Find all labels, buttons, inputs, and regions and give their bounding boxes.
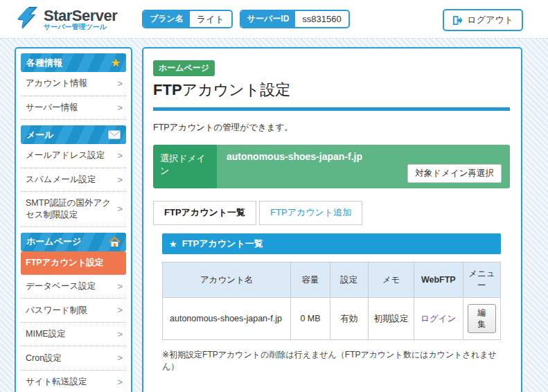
column-header-quota: 容量 — [291, 262, 330, 298]
app-logo[interactable]: StarServer サーバー管理ツール — [14, 6, 128, 33]
category-badge: ホームページ — [153, 60, 215, 76]
plan-badge: プラン名 ライト — [142, 10, 233, 28]
server-id-value: ss831560 — [295, 11, 348, 27]
column-header-menu: メニュー — [463, 262, 500, 298]
column-header-setting: 設定 — [330, 262, 368, 298]
sidebar-item-label: パスワード制限 — [26, 305, 87, 317]
logout-button[interactable]: ログアウト — [443, 9, 523, 31]
cell-memo: 初期設定 — [369, 298, 414, 340]
home-icon — [109, 237, 121, 247]
cell-quota: 0 MB — [291, 298, 330, 340]
domain-reselect-button[interactable]: 対象ドメイン再選択 — [407, 164, 502, 183]
title-divider — [153, 107, 510, 111]
table-header-row: アカウント名 容量 設定 メモ WebFTP メニュー — [163, 262, 501, 298]
sidebar-section-mail-header: メール — [21, 125, 126, 144]
tab-ftp-account-list[interactable]: FTPアカウント一覧 — [153, 201, 256, 225]
edit-button[interactable]: 編集 — [468, 304, 496, 333]
logo-subtitle: サーバー管理ツール — [44, 24, 117, 31]
sidebar-item-database[interactable]: データベース設定 > — [21, 275, 126, 299]
mail-icon — [108, 130, 121, 139]
chevron-right-icon: > — [117, 102, 123, 114]
sidebar-item-site-transfer[interactable]: サイト転送設定 > — [21, 371, 126, 392]
sidebar-item-mime[interactable]: MIME設定 > — [21, 323, 126, 347]
server-id-badge: サーバーID ss831560 — [240, 10, 350, 28]
sidebar-item-label: サーバー情報 — [26, 102, 78, 114]
page-title-strong: FTP — [153, 81, 182, 98]
footnote: ※初期設定FTPアカウントの削除は行えません（FTPアカウント数にはカウントされ… — [162, 349, 501, 373]
page-body: 各種情報 ★ アカウント情報 > サーバー情報 > メール メールアドレス — [0, 39, 548, 392]
sidebar-item-label: データベース設定 — [26, 280, 96, 292]
tab-ftp-account-add[interactable]: FTPアカウント追加 — [259, 201, 362, 225]
cell-account-name: autonomous-shoes-japan-f.jp — [163, 298, 291, 340]
chevron-right-icon: > — [117, 203, 123, 215]
chevron-right-icon: > — [117, 150, 123, 162]
sidebar-section-homepage-title: ホームページ — [26, 235, 81, 248]
sidebar-item-account-info[interactable]: アカウント情報 > — [21, 72, 126, 96]
column-header-webftp: WebFTP — [414, 262, 463, 298]
sidebar-section-info-title: 各種情報 — [26, 57, 62, 69]
main-panel: ホームページ FTPアカウント設定 FTPアカウントの管理ができます。 選択ドメ… — [142, 47, 522, 392]
sidebar-item-label: スパムメール設定 — [26, 174, 96, 186]
account-badges: プラン名 ライト サーバーID ss831560 — [142, 10, 350, 28]
sidebar-item-label: アカウント情報 — [26, 78, 87, 89]
column-header-account: アカウント名 — [163, 262, 291, 298]
selected-domain-body: autonomous-shoes-japan-f.jp 対象ドメイン再選択 — [217, 145, 510, 188]
star-icon: ★ — [169, 239, 177, 249]
chevron-right-icon: > — [117, 280, 123, 293]
table-row: autonomous-shoes-japan-f.jp 0 MB 有効 初期設定… — [163, 298, 501, 340]
sidebar-section-mail-title: メール — [26, 129, 54, 141]
sidebar-item-label: SMTP認証の国外アクセス制限設定 — [26, 197, 114, 221]
sidebar-item-server-info[interactable]: サーバー情報 > — [21, 96, 126, 121]
sidebar-item-label: サイト転送設定 — [26, 376, 87, 388]
sidebar-item-password-restriction[interactable]: パスワード制限 > — [21, 299, 126, 323]
column-header-memo: メモ — [369, 262, 414, 298]
list-header-title: FTPアカウント一覧 — [182, 238, 263, 250]
ftp-tabs: FTPアカウント一覧 FTPアカウント追加 — [153, 201, 510, 225]
sidebar-section-info: 各種情報 ★ アカウント情報 > サーバー情報 > — [21, 53, 126, 120]
sidebar-section-homepage: ホームページ FTPアカウント設定 > データベース設定 > パスワード制限 > — [21, 233, 126, 392]
plan-label: プラン名 — [143, 11, 190, 27]
logout-label: ログアウト — [467, 14, 513, 26]
sidebar-item-label: Cron設定 — [26, 353, 62, 364]
sidebar-item-cron[interactable]: Cron設定 > — [21, 346, 126, 371]
webftp-login-link[interactable]: ログイン — [421, 314, 456, 323]
sidebar-nav: 各種情報 ★ アカウント情報 > サーバー情報 > メール メールアドレス — [15, 47, 132, 392]
sidebar-item-label: FTPアカウント設定 — [26, 257, 104, 269]
chevron-right-icon: > — [117, 304, 123, 317]
server-id-label: サーバーID — [241, 11, 296, 27]
chevron-right-icon: > — [117, 352, 123, 364]
star-icon: ★ — [111, 57, 121, 69]
list-header-bar: ★ FTPアカウント一覧 — [162, 233, 501, 254]
starserver-logo-icon — [14, 6, 39, 33]
ftp-account-table: アカウント名 容量 設定 メモ WebFTP メニュー autonomous-s… — [162, 262, 501, 340]
sidebar-section-info-header: 各種情報 ★ — [21, 53, 126, 72]
page-description: FTPアカウントの管理ができます。 — [153, 122, 510, 134]
tab-content: ★ FTPアカウント一覧 アカウント名 容量 設定 メモ WebFTP メニュー — [153, 225, 510, 373]
selected-domain-box: 選択ドメイン autonomous-shoes-japan-f.jp 対象ドメイ… — [153, 145, 510, 188]
sidebar-item-ftp-account[interactable]: FTPアカウント設定 > — [21, 251, 126, 275]
cell-setting: 有効 — [330, 298, 368, 340]
sidebar-item-spam-mail[interactable]: スパムメール設定 > — [21, 168, 126, 193]
sidebar-item-label: メールアドレス設定 — [26, 150, 105, 161]
page-title-rest: アカウント設定 — [182, 81, 291, 98]
page-title: FTPアカウント設定 — [153, 80, 510, 100]
plan-value: ライト — [190, 11, 231, 27]
selected-domain-value: autonomous-shoes-japan-f.jp — [227, 151, 502, 162]
logo-title: StarServer — [44, 8, 117, 24]
app-header: StarServer サーバー管理ツール プラン名 ライト サーバーID ss8… — [0, 0, 548, 39]
logout-icon — [452, 15, 463, 26]
chevron-right-icon: > — [117, 376, 123, 389]
sidebar-item-mail-address[interactable]: メールアドレス設定 > — [21, 144, 126, 168]
sidebar-section-homepage-header: ホームページ — [21, 233, 126, 251]
chevron-right-icon: > — [117, 328, 123, 341]
sidebar-item-smtp-restriction[interactable]: SMTP認証の国外アクセス制限設定 > — [21, 192, 126, 227]
chevron-right-icon: > — [117, 174, 123, 186]
chevron-right-icon: > — [117, 78, 123, 90]
selected-domain-label: 選択ドメイン — [153, 145, 217, 188]
sidebar-item-label: MIME設定 — [26, 328, 66, 340]
sidebar-section-mail: メール メールアドレス設定 > スパムメール設定 > SMTP認証の国外アクセス… — [21, 125, 126, 227]
